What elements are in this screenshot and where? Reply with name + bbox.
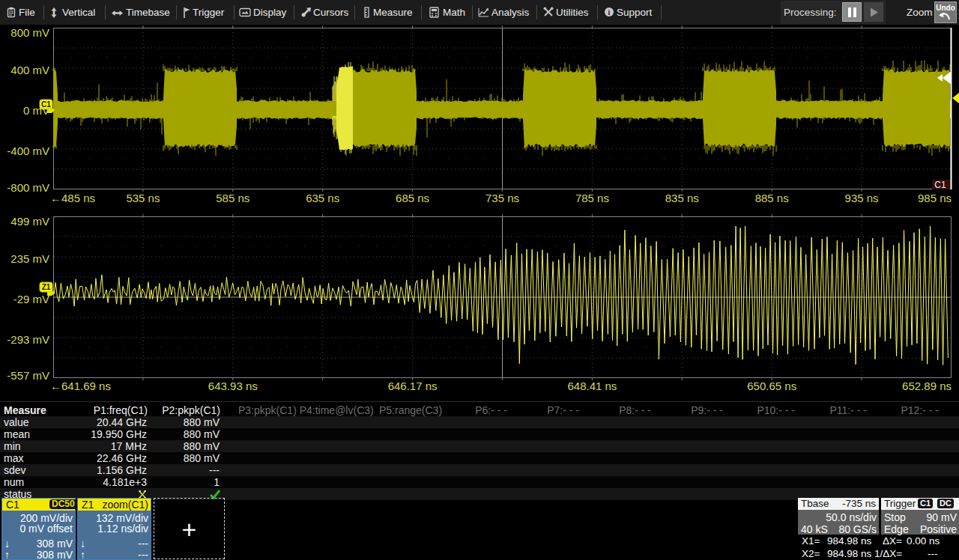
svg-text:885 ns: 885 ns bbox=[755, 192, 789, 204]
svg-text:785 ns: 785 ns bbox=[575, 192, 609, 204]
svg-text:400 mV: 400 mV bbox=[10, 64, 49, 76]
svg-text:585 ns: 585 ns bbox=[216, 192, 249, 204]
svg-text:648.41 ns: 648.41 ns bbox=[567, 380, 617, 392]
svg-text:i: i bbox=[608, 8, 611, 16]
svg-text:535 ns: 535 ns bbox=[126, 192, 160, 204]
svg-text:985 ns: 985 ns bbox=[918, 192, 952, 204]
svg-text:-293 mV: -293 mV bbox=[7, 333, 49, 346]
svg-text:235 mV: 235 mV bbox=[10, 252, 49, 265]
svg-text:635 ns: 635 ns bbox=[306, 192, 339, 204]
svg-text:Z1: Z1 bbox=[42, 283, 51, 291]
svg-text:646.17 ns: 646.17 ns bbox=[388, 380, 438, 392]
svg-text:499 mV: 499 mV bbox=[10, 215, 49, 228]
svg-text:-29 mV: -29 mV bbox=[13, 293, 49, 305]
svg-text:800 mV: 800 mV bbox=[10, 26, 49, 39]
svg-text:-800 mV: -800 mV bbox=[7, 181, 49, 194]
svg-text:835 ns: 835 ns bbox=[665, 192, 699, 204]
svg-text:650.65 ns: 650.65 ns bbox=[747, 380, 796, 392]
svg-text:-557 mV: -557 mV bbox=[7, 369, 49, 382]
svg-text:643.93 ns: 643.93 ns bbox=[208, 380, 258, 392]
svg-text:←641.69 ns: ←641.69 ns bbox=[50, 380, 111, 392]
svg-text:935 ns: 935 ns bbox=[845, 192, 879, 204]
svg-text:0 mV: 0 mV bbox=[23, 104, 49, 117]
svg-text:652.89 ns: 652.89 ns bbox=[902, 380, 952, 392]
svg-text:735 ns: 735 ns bbox=[485, 192, 519, 204]
svg-text:-400 mV: -400 mV bbox=[7, 144, 49, 157]
svg-text:685 ns: 685 ns bbox=[396, 192, 429, 204]
svg-text:←485 ns: ←485 ns bbox=[50, 192, 95, 204]
svg-text:C1: C1 bbox=[934, 180, 946, 190]
